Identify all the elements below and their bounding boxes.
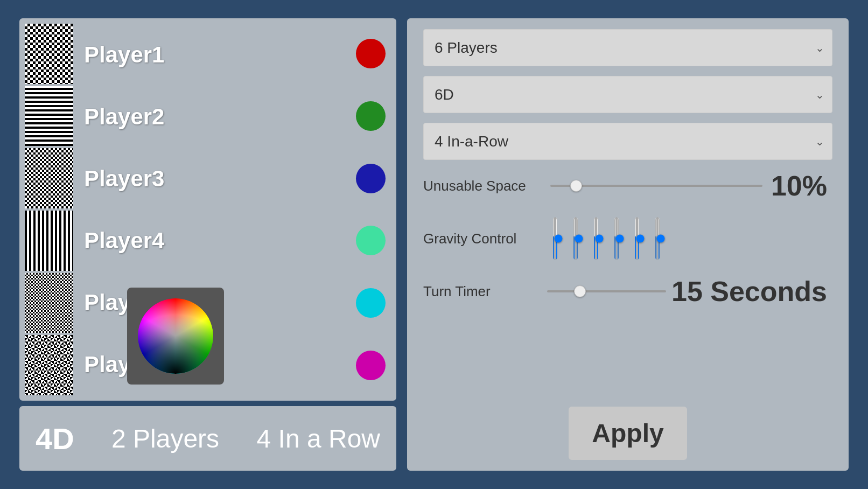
row-dropdown[interactable]: 3 In-a-Row 4 In-a-Row 5 In-a-Row [423, 123, 832, 160]
dimension-dropdown[interactable]: 4D 5D 6D [423, 76, 832, 113]
player-color-1[interactable] [356, 39, 386, 68]
gravity-slider-5[interactable] [629, 217, 645, 260]
pattern-3 [25, 148, 73, 208]
gravity-slider-4-wrapper [608, 212, 625, 266]
player-name-4: Player4 [84, 228, 351, 254]
player-color-4[interactable] [356, 226, 386, 255]
players-dropdown-wrapper: 2 Players 3 Players 4 Players 5 Players … [423, 29, 832, 66]
color-picker-popup[interactable] [127, 288, 224, 385]
player-color-3[interactable] [356, 164, 386, 193]
bottom-players: 2 Players [111, 424, 219, 453]
color-wheel[interactable] [138, 298, 213, 374]
gravity-control-label: Gravity Control [423, 230, 542, 247]
gravity-slider-3-wrapper [588, 212, 604, 266]
player-colors [356, 24, 391, 395]
player-color-2[interactable] [356, 101, 386, 131]
bottom-dimension: 4D [36, 421, 74, 456]
gravity-sliders [547, 212, 832, 266]
unusable-space-value: 10% [771, 170, 827, 202]
gravity-control-row: Gravity Control [423, 212, 832, 266]
pattern-6 [25, 335, 73, 395]
pattern-5 [25, 273, 73, 333]
pattern-strip [25, 24, 73, 395]
pattern-2 [25, 86, 73, 146]
turn-timer-row: Turn Timer 15 Seconds [423, 275, 832, 308]
gravity-slider-4[interactable] [608, 217, 625, 260]
bottom-row: 4 In a Row [257, 424, 380, 453]
turn-timer-slider-container [547, 290, 666, 292]
gravity-slider-3[interactable] [588, 217, 604, 260]
unusable-space-slider-container [550, 185, 762, 187]
player-name-1: Player1 [84, 42, 351, 68]
players-dropdown[interactable]: 2 Players 3 Players 4 Players 5 Players … [423, 29, 832, 66]
pattern-1 [25, 24, 73, 84]
left-panel: Player1 Player2 Player3 Player4 Player5 … [19, 18, 396, 471]
apply-button[interactable]: Apply [569, 407, 687, 460]
unusable-space-slider[interactable] [550, 185, 762, 187]
pattern-4 [25, 211, 73, 271]
gravity-slider-1-wrapper [547, 212, 563, 266]
gravity-slider-6-wrapper [649, 212, 666, 266]
dimension-dropdown-wrapper: 4D 5D 6D ⌄ [423, 76, 832, 113]
turn-timer-label: Turn Timer [423, 283, 542, 300]
player-color-5[interactable] [356, 288, 386, 318]
gravity-slider-2-wrapper [568, 212, 584, 266]
unusable-space-row: Unusable Space 10% [423, 170, 832, 202]
gravity-slider-1[interactable] [547, 217, 563, 260]
turn-timer-value: 15 Seconds [671, 275, 827, 308]
gravity-slider-6[interactable] [649, 217, 666, 260]
row-dropdown-wrapper: 3 In-a-Row 4 In-a-Row 5 In-a-Row ⌄ [423, 123, 832, 160]
player-panel: Player1 Player2 Player3 Player4 Player5 … [19, 18, 396, 401]
gravity-slider-2[interactable] [568, 217, 584, 260]
turn-timer-slider[interactable] [547, 290, 666, 292]
gravity-slider-5-wrapper [629, 212, 645, 266]
right-panel: 2 Players 3 Players 4 Players 5 Players … [407, 18, 849, 471]
unusable-space-label: Unusable Space [423, 178, 542, 194]
bottom-info: 4D 2 Players 4 In a Row [19, 406, 396, 471]
player-color-6[interactable] [356, 351, 386, 380]
player-name-2: Player2 [84, 104, 351, 130]
player-name-3: Player3 [84, 166, 351, 192]
color-wheel-brightness [138, 298, 213, 374]
